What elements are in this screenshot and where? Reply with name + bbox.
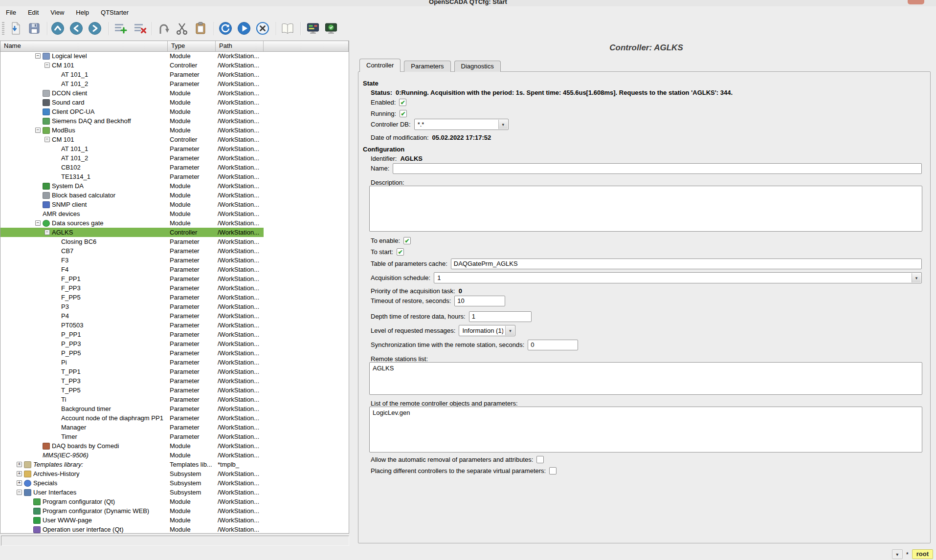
- tree-row-f3[interactable]: F3Parameter/WorkStation...: [0, 256, 349, 265]
- load-from-db-button[interactable]: [7, 20, 24, 37]
- tree-row-closing-bc6[interactable]: Closing BC6Parameter/WorkStation...: [0, 237, 349, 246]
- menu-edit[interactable]: Edit: [22, 7, 45, 18]
- tree-row-client-opc-ua[interactable]: Client OPC-UAModule/WorkStation...: [0, 107, 349, 116]
- toolbar-handle[interactable]: [2, 22, 4, 36]
- running-checkbox[interactable]: ✔: [400, 110, 407, 117]
- sync-time-input[interactable]: [528, 340, 578, 350]
- tree-row-f-pp3[interactable]: F_PP3Parameter/WorkStation...: [0, 283, 349, 293]
- tree-row-cb102[interactable]: CB102Parameter/WorkStation...: [0, 163, 349, 172]
- cut-item-button[interactable]: [173, 20, 191, 37]
- copy-item-button[interactable]: [155, 20, 172, 37]
- tree-row-dcon-client[interactable]: DCON clientModule/WorkStation...: [0, 88, 349, 98]
- tree-row-t-pp1[interactable]: T_PP1Parameter/WorkStation...: [0, 367, 349, 376]
- tree-row-archives-history[interactable]: +Archives-HistorySubsystem/WorkStation..…: [0, 469, 349, 478]
- tree-row-f-pp1[interactable]: F_PP1Parameter/WorkStation...: [0, 274, 349, 283]
- tree-row-p-pp5[interactable]: P_PP5Parameter/WorkStation...: [0, 348, 349, 358]
- go-forward-button[interactable]: [86, 20, 104, 37]
- message-level-select[interactable]: Information (1) ▾: [459, 325, 515, 336]
- paste-item-button[interactable]: [192, 20, 209, 37]
- tree-row-cm-101[interactable]: −CM 101Controller/WorkStation...: [0, 135, 349, 144]
- tree-row-te1314-1[interactable]: TE1314_1Parameter/WorkStation...: [0, 172, 349, 181]
- tree-row-p4[interactable]: P4Parameter/WorkStation...: [0, 311, 349, 321]
- refresh-button[interactable]: [217, 20, 234, 37]
- tree-row-system-da[interactable]: System DAModule/WorkStation...: [0, 181, 349, 191]
- depth-restore-input[interactable]: [469, 311, 532, 322]
- description-textarea[interactable]: [369, 186, 922, 232]
- tree-header-path[interactable]: Path: [216, 41, 264, 51]
- expand-marker-icon[interactable]: +: [17, 462, 22, 467]
- go-back-button[interactable]: [67, 20, 85, 37]
- tree-row-snmp-client[interactable]: SNMP clientModule/WorkStation...: [0, 200, 349, 209]
- menu-help[interactable]: Help: [70, 7, 95, 18]
- tree-row-account-node-of-the-diaphragm-pp1[interactable]: Account node of the diaphragm PP1Paramet…: [0, 413, 349, 423]
- remote-objects-textarea[interactable]: LogicLev.gen: [369, 407, 922, 452]
- tree-row-ti[interactable]: TiParameter/WorkStation...: [0, 395, 349, 404]
- to-enable-checkbox[interactable]: ✔: [403, 237, 411, 244]
- manual-button[interactable]: [279, 20, 296, 37]
- acquisition-schedule-combo[interactable]: 1 ▾: [434, 272, 922, 283]
- controller-db-select[interactable]: *.* ▾: [414, 119, 509, 130]
- collapse-marker-icon[interactable]: −: [35, 220, 41, 226]
- delete-item-button[interactable]: [131, 20, 149, 37]
- tree-row-cb7[interactable]: CB7Parameter/WorkStation...: [0, 246, 349, 256]
- qtcfg-configurator-button[interactable]: [304, 20, 322, 37]
- tree-row-f4[interactable]: F4Parameter/WorkStation...: [0, 265, 349, 274]
- tree-row-operation-user-interface-qt[interactable]: Operation user interface (Qt)Module/Work…: [0, 525, 349, 533]
- tree-row-data-sources-gate[interactable]: −Data sources gateModule/WorkStation...: [0, 218, 349, 228]
- tree-row-manager[interactable]: ManagerParameter/WorkStation...: [0, 423, 349, 432]
- tree-row-amr-devices[interactable]: AMR devicesModule/WorkStation...: [0, 209, 349, 218]
- tree-row-templates-library[interactable]: +Templates library:Templates lib...*tmpl…: [0, 460, 349, 469]
- panel-splitter[interactable]: [349, 41, 357, 534]
- tree-row-user-interfaces[interactable]: −User InterfacesSubsystem/WorkStation...: [0, 488, 349, 497]
- start-updating-button[interactable]: [235, 20, 253, 37]
- go-up-button[interactable]: [49, 20, 67, 37]
- tree-row-background-timer[interactable]: Background timerParameter/WorkStation...: [0, 404, 349, 413]
- tree-row-f-pp5[interactable]: F_PP5Parameter/WorkStation...: [0, 293, 349, 302]
- table-cache-input[interactable]: [451, 258, 922, 269]
- menu-view[interactable]: View: [45, 7, 70, 18]
- tree-row-t-pp5[interactable]: T_PP5Parameter/WorkStation...: [0, 386, 349, 395]
- tree-row-at-101-1[interactable]: AT 101_1Parameter/WorkStation...: [0, 70, 349, 79]
- tree-row-daq-boards-by-comedi[interactable]: DAQ boards by ComediModule/WorkStation..…: [0, 441, 349, 451]
- tree-row-p-pp3[interactable]: P_PP3Parameter/WorkStation...: [0, 339, 349, 348]
- expand-marker-icon[interactable]: +: [17, 471, 22, 476]
- tree-row-modbus[interactable]: −ModBusModule/WorkStation...: [0, 126, 349, 135]
- qtstarter-button[interactable]: [322, 20, 340, 37]
- tree-row-cm-101[interactable]: −CM 101Controller/WorkStation...: [0, 61, 349, 70]
- tree-row-program-configurator-qt[interactable]: Program configurator (Qt)Module/WorkStat…: [0, 497, 349, 506]
- collapse-marker-icon[interactable]: −: [35, 128, 41, 133]
- tree-row-logical-level[interactable]: −Logical levelModule/WorkStation...: [0, 51, 349, 61]
- menu-qtstarter[interactable]: QTStarter: [95, 7, 134, 18]
- tree-row-at-101-2[interactable]: AT 101_2Parameter/WorkStation...: [0, 153, 349, 163]
- add-item-button[interactable]: [111, 20, 129, 37]
- timeout-restore-input[interactable]: [454, 296, 505, 306]
- to-start-checkbox[interactable]: ✔: [397, 248, 404, 256]
- user-badge[interactable]: root: [912, 549, 933, 559]
- tab-diagnostics[interactable]: Diagnostics: [454, 61, 501, 72]
- placing-controllers-checkbox[interactable]: ✔: [549, 467, 557, 474]
- save-to-db-button[interactable]: [25, 20, 43, 37]
- tree-row-pi[interactable]: PiParameter/WorkStation...: [0, 358, 349, 367]
- collapse-marker-icon[interactable]: −: [35, 53, 41, 59]
- stop-updating-button[interactable]: [254, 20, 271, 37]
- tree-row-at-101-2[interactable]: AT 101_2Parameter/WorkStation...: [0, 79, 349, 88]
- collapse-marker-icon[interactable]: −: [45, 137, 50, 142]
- menu-file[interactable]: File: [0, 7, 22, 18]
- enabled-checkbox[interactable]: ✔: [399, 99, 406, 106]
- tree-row-pt0503[interactable]: PT0503Parameter/WorkStation...: [0, 321, 349, 330]
- tree-row-program-configurator-dynamic-web[interactable]: Program configurator (Dynamic WEB)Module…: [0, 506, 349, 516]
- tree-row-p3[interactable]: P3Parameter/WorkStation...: [0, 302, 349, 311]
- status-combo-arrow[interactable]: ▾: [892, 549, 903, 559]
- tab-controller[interactable]: Controller: [359, 59, 401, 72]
- tree-row-specials[interactable]: +SpecialsSubsystem/WorkStation...: [0, 478, 349, 488]
- close-button-fragment[interactable]: [908, 0, 924, 4]
- name-input[interactable]: [393, 163, 922, 174]
- tree-row-user-www-page[interactable]: User WWW-pageModule/WorkStation...: [0, 516, 349, 525]
- expand-marker-icon[interactable]: +: [17, 480, 22, 486]
- collapse-marker-icon[interactable]: −: [45, 230, 50, 235]
- tree-row-aglks[interactable]: −AGLKSController/WorkStation...: [0, 228, 349, 237]
- tab-parameters[interactable]: Parameters: [404, 61, 450, 72]
- remote-stations-textarea[interactable]: AGLKS: [369, 362, 922, 395]
- collapse-marker-icon[interactable]: −: [17, 490, 22, 495]
- tree-row-timer[interactable]: TimerParameter/WorkStation...: [0, 432, 349, 441]
